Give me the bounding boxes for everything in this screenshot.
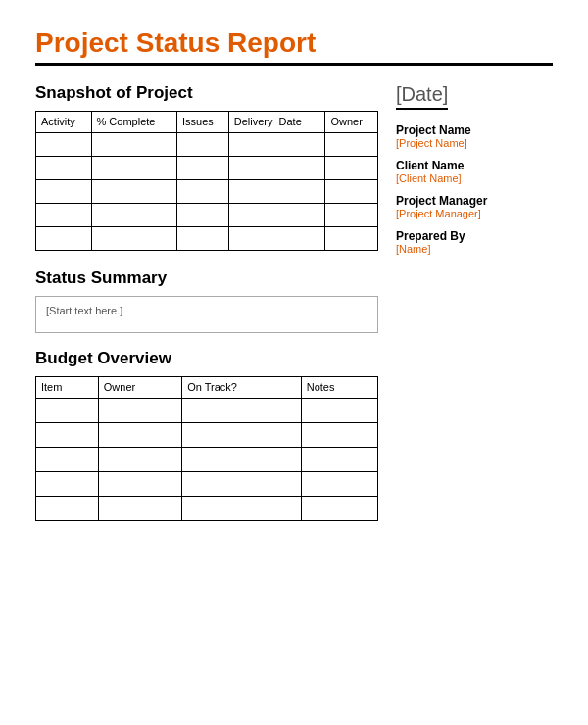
left-section: Snapshot of Project Activity % Complete …	[35, 83, 396, 521]
snapshot-col-owner: Owner	[325, 111, 378, 132]
budget-col-notes: Notes	[301, 376, 377, 398]
page: Project Status Report Snapshot of Projec…	[0, 0, 588, 725]
snapshot-col-complete: % Complete	[91, 111, 176, 132]
budget-header-row: Item Owner On Track? Notes	[36, 376, 378, 398]
status-summary-box[interactable]: [Start text here.]	[35, 296, 378, 333]
budget-col-ontrack: On Track?	[182, 376, 302, 398]
table-row	[36, 422, 378, 447]
project-manager-label: Project Manager	[396, 194, 553, 208]
table-row	[36, 398, 378, 422]
project-name-label: Project Name	[396, 123, 553, 137]
budget-col-item: Item	[36, 376, 99, 398]
snapshot-col-issues: Issues	[176, 111, 228, 132]
page-title: Project Status Report	[35, 27, 553, 59]
snapshot-col-delivery: Delivery Date	[228, 111, 325, 132]
client-name-block: Client Name [Client Name]	[396, 159, 553, 184]
prepared-by-value[interactable]: [Name]	[396, 243, 553, 255]
table-row	[36, 226, 378, 250]
client-name-label: Client Name	[396, 159, 553, 172]
snapshot-section-title: Snapshot of Project	[35, 83, 378, 103]
table-row	[36, 471, 378, 496]
budget-table: Item Owner On Track? Notes	[35, 376, 378, 521]
project-name-value[interactable]: [Project Name]	[396, 137, 553, 149]
status-summary-section: Status Summary [Start text here.]	[35, 268, 378, 333]
date-field[interactable]: [Date]	[396, 83, 448, 110]
table-row	[36, 203, 378, 226]
client-name-value[interactable]: [Client Name]	[396, 172, 553, 184]
status-summary-title: Status Summary	[35, 268, 378, 288]
project-manager-value[interactable]: [Project Manager]	[396, 208, 553, 219]
snapshot-header-row: Activity % Complete Issues Delivery Date…	[36, 111, 378, 132]
prepared-by-block: Prepared By [Name]	[396, 229, 553, 255]
budget-col-owner: Owner	[98, 376, 181, 398]
title-underline	[35, 63, 553, 66]
project-name-block: Project Name [Project Name]	[396, 123, 553, 149]
right-section: [Date] Project Name [Project Name] Clien…	[396, 83, 553, 521]
budget-section-title: Budget Overview	[35, 349, 378, 368]
table-row	[36, 496, 378, 520]
table-row	[36, 179, 378, 203]
table-row	[36, 156, 378, 179]
budget-section: Budget Overview Item Owner On Track? Not…	[35, 349, 378, 521]
table-row	[36, 447, 378, 471]
snapshot-table: Activity % Complete Issues Delivery Date…	[35, 111, 378, 251]
prepared-by-label: Prepared By	[396, 229, 553, 243]
table-row	[36, 132, 378, 156]
project-manager-block: Project Manager [Project Manager]	[396, 194, 553, 219]
snapshot-col-activity: Activity	[36, 111, 92, 132]
